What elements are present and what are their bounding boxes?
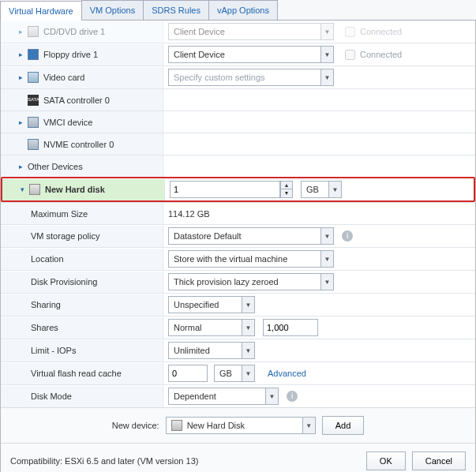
row-location: Location Store with the virtual machine: [1, 247, 475, 270]
disk-mode-select[interactable]: Dependent: [168, 388, 279, 405]
spinner-buttons[interactable]: ▲▼: [280, 181, 293, 198]
maxsize-value: 114.12 GB: [168, 209, 210, 219]
row-provisioning: Disk Provisioning Thick provision lazy z…: [1, 270, 475, 293]
location-label: Location: [31, 254, 64, 264]
row-cd-drive: CD/DVD drive 1 Client Device Connected: [1, 21, 475, 43]
compat-bar: Compatibility: ESXi 6.5 and later (VM ve…: [1, 443, 475, 472]
cancel-button[interactable]: Cancel: [412, 451, 466, 470]
new-device-select[interactable]: New Hard Disk: [166, 417, 316, 434]
tab-vm-options[interactable]: VM Options: [81, 0, 144, 20]
expand-toggle[interactable]: [17, 51, 24, 58]
flash-value-input[interactable]: [168, 365, 208, 382]
disk-size-input[interactable]: [170, 181, 280, 198]
chip-icon: [28, 117, 39, 128]
checkbox[interactable]: [345, 50, 355, 60]
row-vmci: VMCI device: [1, 111, 475, 133]
floppy-connected-check[interactable]: Connected: [345, 50, 402, 60]
policy-label: VM storage policy: [31, 231, 99, 241]
flash-unit-select[interactable]: GB: [214, 365, 255, 382]
sata-label: SATA controller 0: [43, 96, 110, 105]
vmci-label: VMCI device: [43, 118, 92, 127]
shares-mode-select[interactable]: Normal: [168, 319, 255, 336]
new-hard-disk-label: New Hard disk: [45, 185, 105, 194]
row-shares: Shares Normal: [1, 316, 475, 339]
checkbox[interactable]: [345, 27, 355, 37]
provisioning-select[interactable]: Thick provision lazy zeroed: [168, 273, 334, 290]
row-sharing: Sharing Unspecified: [1, 293, 475, 316]
row-floppy: Floppy drive 1 Client Device Connected: [1, 43, 475, 66]
row-new-hard-disk: New Hard disk ▲▼ GB: [1, 177, 475, 202]
new-device-label: New device:: [112, 421, 159, 430]
expand-toggle[interactable]: [17, 163, 24, 170]
row-sata: SATA SATA controller 0: [1, 88, 475, 111]
row-limit-iops: Limit - IOPs Unlimited: [1, 339, 475, 361]
storage-policy-select[interactable]: Datastore Default: [168, 227, 334, 245]
info-icon[interactable]: i: [287, 391, 298, 402]
add-button[interactable]: Add: [322, 416, 365, 435]
nvme-icon: [28, 139, 39, 150]
expand-toggle[interactable]: [17, 73, 24, 81]
limit-iops-select[interactable]: Unlimited: [168, 342, 255, 359]
info-icon[interactable]: i: [342, 230, 353, 242]
video-label: Video card: [43, 73, 84, 82]
floppy-label: Floppy drive 1: [43, 50, 98, 59]
sharing-select[interactable]: Unspecified: [168, 296, 255, 313]
cd-device-select[interactable]: Client Device: [168, 23, 334, 40]
row-flash-cache: Virtual flash read cache GB Advanced: [1, 361, 475, 384]
other-label: Other Devices: [28, 162, 83, 171]
expand-toggle[interactable]: [17, 118, 24, 126]
cd-label: CD/DVD drive 1: [43, 27, 105, 36]
tab-virtual-hardware[interactable]: Virtual Hardware: [0, 1, 82, 21]
sharing-label: Sharing: [31, 300, 61, 309]
row-nvme: NVME controller 0: [1, 133, 475, 155]
ok-button[interactable]: OK: [366, 451, 406, 470]
window: Virtual Hardware VM Options SDRS Rules v…: [0, 0, 476, 472]
disk-icon: [171, 420, 182, 431]
disk-icon: [29, 184, 40, 195]
limit-label: Limit - IOPs: [31, 346, 76, 355]
row-storage-policy: VM storage policy Datastore Default i: [1, 224, 475, 247]
flash-advanced-link[interactable]: Advanced: [268, 369, 306, 378]
video-settings-select[interactable]: Specify custom settings: [168, 69, 334, 86]
sata-icon: SATA: [28, 95, 39, 106]
disk-size-spinner[interactable]: ▲▼: [170, 181, 293, 198]
floppy-icon: [28, 49, 39, 60]
expand-toggle[interactable]: [17, 28, 24, 36]
add-device-bar: New device: New Hard Disk Add: [1, 407, 475, 443]
maxsize-label: Maximum Size: [31, 209, 88, 219]
row-other: Other Devices: [1, 155, 475, 177]
video-icon: [28, 72, 39, 83]
flash-label: Virtual flash read cache: [31, 369, 122, 378]
nvme-label: NVME controller 0: [43, 140, 114, 149]
location-select[interactable]: Store with the virtual machine: [168, 250, 334, 268]
row-max-size: Maximum Size 114.12 GB: [1, 202, 475, 224]
disk-size-unit-select[interactable]: GB: [301, 181, 342, 198]
expand-toggle[interactable]: [18, 185, 26, 193]
cd-connected-check[interactable]: Connected: [345, 27, 402, 37]
tab-vapp-options[interactable]: vApp Options: [208, 0, 278, 20]
floppy-device-select[interactable]: Client Device: [168, 46, 334, 63]
cd-icon: [28, 26, 39, 37]
row-video: Video card Specify custom settings: [1, 66, 475, 88]
shares-value-input[interactable]: [263, 319, 318, 336]
panel-virtual-hardware: CD/DVD drive 1 Client Device Connected: [0, 21, 476, 472]
tab-sdrs-rules[interactable]: SDRS Rules: [143, 0, 209, 20]
hardware-scroll[interactable]: CD/DVD drive 1 Client Device Connected: [1, 21, 475, 407]
provisioning-label: Disk Provisioning: [31, 277, 97, 287]
tabstrip: Virtual Hardware VM Options SDRS Rules v…: [0, 0, 476, 21]
disk-mode-label: Disk Mode: [31, 391, 72, 401]
row-disk-mode: Disk Mode Dependent i: [1, 384, 475, 407]
shares-label: Shares: [31, 323, 58, 332]
compat-text: Compatibility: ESXi 6.5 and later (VM ve…: [10, 456, 198, 466]
